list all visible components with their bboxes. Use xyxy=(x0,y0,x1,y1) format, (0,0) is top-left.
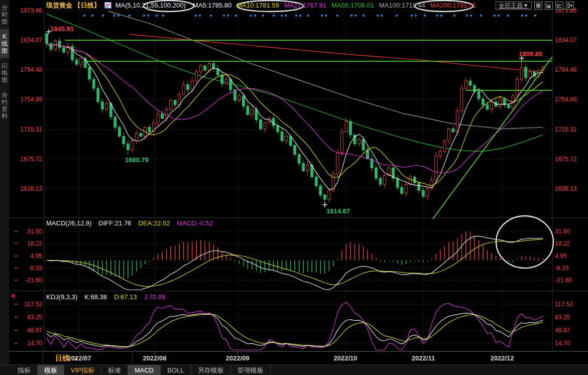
price-annotation: 1680.79 xyxy=(125,156,149,164)
signal-dot xyxy=(466,15,468,17)
candle-body xyxy=(277,126,279,132)
candle-body xyxy=(298,154,300,163)
sidebar-tab[interactable]: K线图 xyxy=(0,29,9,58)
bottom-tab-标准[interactable]: 标准 xyxy=(101,365,128,375)
collapse-panel-icon[interactable] xyxy=(566,2,574,10)
candle-body xyxy=(520,67,523,79)
signal-dot xyxy=(227,15,229,17)
candle-body xyxy=(204,66,206,70)
signal-dot xyxy=(195,15,197,17)
signal-dot xyxy=(129,15,131,17)
timeline-bar: 日线 ▲ 2022/072022/082022/092022/102022/11… xyxy=(9,351,588,365)
candle-body xyxy=(46,34,48,43)
candle-body xyxy=(422,190,424,196)
month-label: 2022/08 xyxy=(143,354,167,362)
price-axis-label: 1754.89 xyxy=(12,96,42,103)
candle-body xyxy=(105,103,108,109)
bottom-tab-管理模板[interactable]: 管理模板 xyxy=(231,365,271,375)
candle-body xyxy=(464,81,467,88)
candle-body xyxy=(251,109,253,114)
candle-body xyxy=(413,177,416,183)
candle-body xyxy=(302,163,305,171)
ma55-line xyxy=(47,14,543,152)
candle-body xyxy=(482,99,485,105)
candle-body xyxy=(165,109,168,118)
crosshair-move-icon[interactable] xyxy=(534,2,542,10)
candle-body xyxy=(63,48,65,52)
candle-body xyxy=(208,64,210,70)
candle-body xyxy=(345,121,347,132)
candle-body xyxy=(157,114,159,123)
candle-body xyxy=(315,177,317,186)
candle-body xyxy=(88,67,91,79)
price-axis-label: 1636.13 xyxy=(12,185,42,192)
candle-body xyxy=(294,146,296,155)
candle-body xyxy=(306,165,309,171)
price-axis-label: 18.22 xyxy=(12,240,42,247)
bottom-tab-BOLL[interactable]: BOLL xyxy=(161,365,191,375)
candle-body xyxy=(340,132,343,153)
signal-dot xyxy=(325,15,327,17)
candle-body xyxy=(195,72,198,81)
header-toolbar: 全部主题▼ xyxy=(496,2,588,10)
candle-body xyxy=(140,134,142,137)
candle-body xyxy=(58,41,61,48)
price-axis-label: 1675.72 xyxy=(12,156,42,163)
sidebar-tab[interactable]: 合约资料 xyxy=(0,87,9,123)
candle-body xyxy=(225,79,227,84)
chart-canvas[interactable] xyxy=(0,0,588,375)
candle-body xyxy=(409,177,412,184)
candle-body xyxy=(478,91,480,99)
price-axis-label: 14.70 xyxy=(12,340,42,347)
bottom-tab-另存模板[interactable]: 另存模板 xyxy=(191,365,231,375)
pane-chart-icon[interactable] xyxy=(545,2,553,10)
candle-body xyxy=(491,102,493,109)
candle-body xyxy=(367,150,369,159)
bottom-tab-MACD[interactable]: MACD xyxy=(128,365,161,375)
signal-dot xyxy=(350,15,352,17)
candle-body xyxy=(447,129,450,141)
macd-panel-header: MACD(26,12,9)DIFF:21.76DEA:22.02MACD:-0.… xyxy=(46,219,220,227)
bottom-tab-VIP指标[interactable]: VIP指标 xyxy=(64,365,101,375)
candle-body xyxy=(401,187,403,193)
sidebar-tab[interactable]: 分时图 xyxy=(0,0,9,29)
month-label: 2022/10 xyxy=(334,354,358,362)
price-axis-label: 31.50 xyxy=(12,228,42,235)
signal-dot xyxy=(363,15,365,17)
candle-body xyxy=(247,106,249,114)
signal-dot xyxy=(507,15,509,17)
live-blink-icon xyxy=(10,292,17,301)
sidebar-tab[interactable]: 闪电图 xyxy=(0,58,9,87)
bottom-tab-指标[interactable]: 指标 xyxy=(11,365,38,375)
chart-header: 现货黄金 【日线】 MA(5,10,21,55,100,200) MA5:178… xyxy=(9,0,588,11)
candle-body xyxy=(170,100,172,109)
candle-body xyxy=(336,153,339,174)
candle-body xyxy=(460,88,463,111)
candle-body xyxy=(281,132,283,141)
signal-dot xyxy=(299,15,301,17)
signal-dot xyxy=(440,15,442,17)
signal-dot xyxy=(396,15,398,17)
signal-dot xyxy=(117,15,120,17)
instrument-title: 现货黄金 【日线】 xyxy=(46,1,100,10)
macd-dea-value: DEA:22.02 xyxy=(138,219,170,227)
macd-diff-value: DIFF:21.76 xyxy=(98,219,131,227)
signal-dot xyxy=(411,15,413,17)
candle-body xyxy=(426,189,429,196)
pane-axis-icon[interactable] xyxy=(555,2,563,10)
candle-body xyxy=(123,137,125,144)
signal-dot xyxy=(521,15,523,17)
ma-value-label: MA100:1718.44 xyxy=(379,2,425,9)
price-axis-label: 1715.31 xyxy=(12,126,42,133)
theme-selector-button[interactable]: 全部主题▼ xyxy=(496,2,532,10)
kdj-panel-header: KDJ(9,3,3)K:68.38D:67.13J:70.89 xyxy=(46,293,172,301)
signal-dot xyxy=(525,15,527,17)
candle-body xyxy=(375,168,378,178)
signal-dot xyxy=(250,15,252,17)
bottom-tab-模板[interactable]: 模板 xyxy=(38,365,64,375)
ma-value-label: MA21:1767.91 xyxy=(284,2,327,9)
candle-body xyxy=(323,195,326,199)
macd-bar-value: MACD:-0.52 xyxy=(177,219,213,227)
signal-dot xyxy=(424,15,426,17)
signal-dot xyxy=(102,15,104,17)
